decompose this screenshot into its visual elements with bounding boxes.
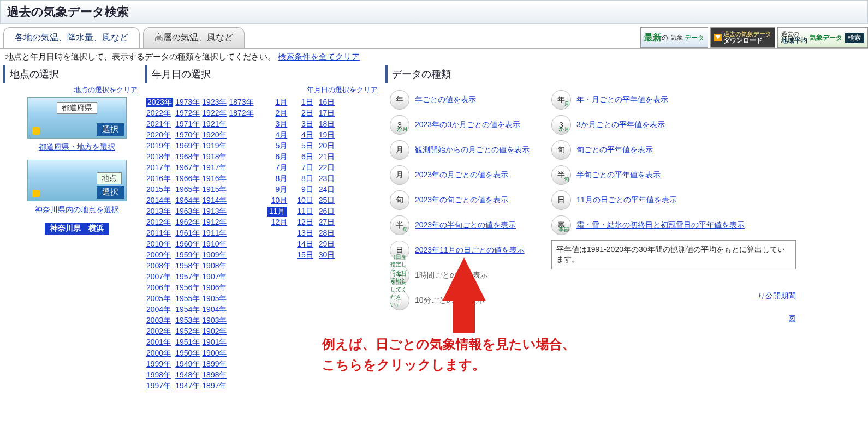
day-link[interactable]: 23日 (319, 174, 335, 184)
year-link[interactable]: 1954年 (175, 305, 200, 315)
year-link[interactable]: 2002年 (146, 327, 173, 337)
year-link[interactable]: 2006年 (146, 283, 173, 293)
year-link[interactable]: 1916年 (202, 174, 227, 184)
banner-download[interactable]: 過去の気象データ ダウンロード (710, 27, 775, 48)
day-link[interactable]: 3日 (301, 119, 313, 129)
month-link[interactable]: 9月 (275, 185, 287, 195)
year-link[interactable]: 1947年 (175, 381, 200, 391)
year-link[interactable]: 2003年 (146, 316, 173, 326)
chart-link[interactable]: 図 (788, 314, 796, 323)
year-link[interactable]: 1911年 (202, 229, 227, 238)
prefecture-select-button[interactable]: 都道府県 選択 (27, 97, 127, 139)
year-link[interactable]: 1955年 (175, 294, 200, 304)
year-link[interactable]: 1962年 (175, 218, 200, 227)
year-link[interactable]: 1917年 (202, 163, 227, 173)
year-link[interactable]: 1915年 (202, 185, 227, 195)
day-link[interactable]: 1日 (301, 98, 313, 107)
year-link[interactable]: 1900年 (202, 349, 227, 358)
year-link[interactable]: 1951年 (175, 338, 200, 347)
year-link[interactable]: 1999年 (146, 359, 173, 369)
clear-date-link[interactable]: 年月日の選択をクリア (307, 86, 378, 94)
year-link[interactable]: 1899年 (202, 359, 227, 369)
year-link[interactable]: 1921年 (202, 119, 227, 129)
day-link[interactable]: 2日 (301, 109, 313, 118)
year-link[interactable]: 1948年 (175, 370, 200, 380)
datatype-link[interactable]: 2023年の3か月ごとの値を表示 (415, 120, 520, 130)
clear-location-link[interactable]: 地点の選択をクリア (74, 86, 138, 94)
year-link[interactable]: 1972年 (175, 109, 200, 118)
year-link[interactable]: 1969年 (175, 141, 200, 151)
year-link[interactable]: 1950年 (175, 349, 200, 358)
year-link[interactable]: 1901年 (202, 338, 227, 347)
month-link[interactable]: 12月 (271, 218, 288, 227)
month-link[interactable]: 10月 (271, 196, 288, 206)
year-link[interactable]: 1907年 (202, 272, 227, 282)
year-link[interactable]: 1918年 (202, 152, 227, 162)
year-link[interactable]: 2014年 (146, 196, 173, 206)
month-link[interactable]: 3月 (275, 119, 287, 129)
day-link[interactable]: 6日 (301, 152, 313, 162)
datatype-link[interactable]: 半旬ごとの平年値を表示 (576, 170, 661, 180)
year-link[interactable]: 2018年 (146, 152, 173, 162)
day-link[interactable]: 13日 (297, 229, 313, 238)
day-link[interactable]: 5日 (301, 141, 313, 151)
year-link[interactable]: 1872年 (229, 109, 253, 118)
year-link[interactable]: 2005年 (146, 294, 173, 304)
day-link[interactable]: 29日 (319, 239, 335, 249)
year-link[interactable]: 1952年 (175, 327, 200, 337)
year-link[interactable]: 1970年 (175, 130, 200, 140)
year-link[interactable]: 1905年 (202, 294, 227, 304)
day-link[interactable]: 9日 (301, 185, 313, 195)
year-link[interactable]: 2021年 (146, 119, 173, 129)
year-link[interactable]: 1873年 (229, 98, 253, 107)
station-select-link[interactable]: 神奈川県内の地点を選択 (35, 205, 119, 214)
day-link[interactable]: 20日 (319, 141, 335, 151)
day-link[interactable]: 28日 (319, 229, 335, 238)
year-link[interactable]: 1958年 (175, 261, 200, 271)
month-link[interactable]: 11月 (267, 207, 288, 217)
year-link[interactable]: 2022年 (146, 109, 173, 118)
month-link[interactable]: 6月 (275, 152, 287, 162)
year-link[interactable]: 2020年 (146, 130, 173, 140)
prefecture-select-link[interactable]: 都道府県・地方を選択 (39, 142, 115, 151)
datatype-link[interactable]: 旬ごとの平年値を表示 (576, 145, 653, 155)
year-link[interactable]: 1908年 (202, 261, 227, 271)
year-link[interactable]: 2009年 (146, 250, 173, 260)
year-link[interactable]: 1973年 (175, 98, 200, 107)
year-link[interactable]: 1956年 (175, 283, 200, 293)
year-link[interactable]: 1997年 (146, 381, 173, 391)
year-link[interactable]: 1953年 (175, 316, 200, 326)
day-link[interactable]: 7日 (301, 163, 313, 173)
year-link[interactable]: 1960年 (175, 239, 200, 249)
month-link[interactable]: 8月 (275, 174, 287, 184)
year-link[interactable]: 1902年 (202, 327, 227, 337)
banner-latest[interactable]: 最新の 気象 データ (640, 27, 708, 48)
datatype-link[interactable]: 霜・雪・結氷の初終日と初冠雪日の平年値を表示 (576, 220, 745, 230)
year-link[interactable]: 1909年 (202, 250, 227, 260)
day-link[interactable]: 8日 (301, 174, 313, 184)
year-link[interactable]: 1961年 (175, 229, 200, 238)
year-link[interactable]: 2023年 (146, 98, 173, 107)
datatype-link[interactable]: 2023年の半旬ごとの値を表示 (415, 220, 516, 230)
day-link[interactable]: 18日 (319, 119, 335, 129)
year-link[interactable]: 1912年 (202, 218, 227, 227)
year-link[interactable]: 2017年 (146, 163, 173, 173)
year-link[interactable]: 1968年 (175, 152, 200, 162)
year-link[interactable]: 1967年 (175, 163, 200, 173)
day-link[interactable]: 24日 (319, 185, 335, 195)
datatype-link[interactable]: 2023年の月ごとの値を表示 (415, 170, 508, 180)
datatype-link[interactable]: 11月の日ごとの平年値を表示 (576, 195, 677, 205)
day-link[interactable]: 4日 (301, 130, 313, 140)
month-link[interactable]: 7月 (275, 163, 287, 173)
year-link[interactable]: 2013年 (146, 207, 173, 217)
day-link[interactable]: 25日 (319, 196, 335, 206)
datatype-link[interactable]: 年ごとの値を表示 (415, 95, 476, 105)
year-link[interactable]: 2007年 (146, 272, 173, 282)
month-link[interactable]: 1月 (275, 98, 287, 107)
month-link[interactable]: 4月 (275, 130, 287, 140)
year-link[interactable]: 2010年 (146, 239, 173, 249)
year-link[interactable]: 2008年 (146, 261, 173, 271)
year-link[interactable]: 1959年 (175, 250, 200, 260)
publication-period-link[interactable]: り公開期間 (758, 291, 796, 300)
year-link[interactable]: 2016年 (146, 174, 173, 184)
